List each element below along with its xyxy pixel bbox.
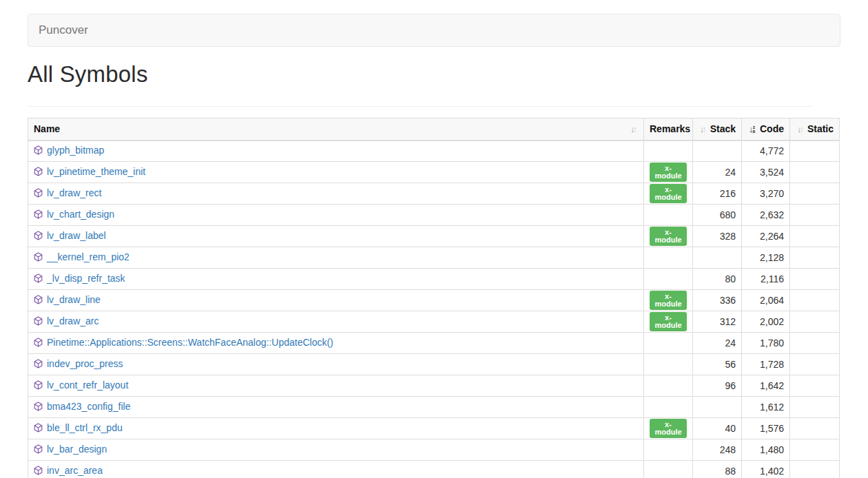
stack-cell: 328 (693, 226, 742, 247)
stack-cell: 80 (693, 269, 742, 290)
x-module-badge: x-module (650, 291, 687, 310)
sort-descending-icon: ↓za (749, 125, 755, 134)
cube-icon (34, 252, 43, 264)
symbol-link[interactable]: lv_draw_rect (47, 187, 101, 198)
stack-cell: 24 (693, 333, 742, 354)
cube-icon (34, 402, 43, 413)
column-header-code[interactable]: ↓za Code (742, 118, 790, 141)
symbol-link[interactable]: lv_pinetime_theme_init (47, 166, 145, 177)
symbol-link[interactable]: glyph_bitmap (47, 145, 104, 156)
stack-cell: 40 (693, 418, 742, 439)
table-row: inv_arc_area 88 1,402 (28, 461, 840, 478)
code-cell: 2,632 (742, 205, 790, 226)
table-row: ble_ll_ctrl_rx_pdu x-module 40 1,576 (28, 418, 840, 439)
stack-cell: 96 (693, 375, 742, 397)
navbar: Puncover (28, 14, 840, 47)
stack-cell: 216 (693, 183, 742, 205)
table-row: _lv_disp_refr_task 80 2,116 (28, 269, 840, 290)
cube-icon (34, 167, 43, 178)
symbol-link[interactable]: lv_bar_design (47, 444, 107, 455)
navbar-brand[interactable]: Puncover (28, 23, 99, 37)
stack-cell: 248 (693, 439, 742, 461)
column-header-static[interactable]: ↓↑ Static (790, 118, 840, 141)
static-cell (790, 162, 840, 183)
symbol-link[interactable]: _lv_disp_refr_task (47, 273, 125, 284)
symbol-link[interactable]: inv_arc_area (47, 465, 103, 476)
code-cell: 1,728 (742, 354, 790, 375)
symbol-name-cell: Pinetime::Applications::Screens::WatchFa… (28, 333, 644, 354)
symbol-name-cell: inv_arc_area (28, 461, 644, 478)
cube-icon (34, 337, 43, 349)
page-title: All Symbols (28, 61, 813, 107)
symbol-name-cell: indev_proc_press (28, 354, 644, 375)
symbol-link[interactable]: ble_ll_ctrl_rx_pdu (47, 422, 123, 433)
column-header-stack[interactable]: ↓↑ Stack (693, 118, 742, 141)
table-row: glyph_bitmap 4,772 (28, 141, 840, 162)
code-cell: 2,128 (742, 247, 790, 269)
cube-icon (34, 359, 43, 371)
column-header-remarks[interactable]: Remarks (644, 118, 693, 141)
symbol-link[interactable]: lv_cont_refr_layout (47, 380, 128, 391)
remarks-cell (644, 333, 693, 354)
stack-cell: 56 (693, 354, 742, 375)
symbol-link[interactable]: __kernel_rem_pio2 (47, 251, 130, 262)
x-module-badge: x-module (650, 227, 687, 246)
x-module-badge: x-module (650, 312, 687, 331)
cube-icon (34, 316, 43, 328)
cube-icon (34, 273, 43, 285)
remarks-cell: x-module (644, 311, 693, 333)
stack-cell: 680 (693, 205, 742, 226)
remarks-cell (644, 247, 693, 269)
code-cell: 3,524 (742, 162, 790, 183)
symbol-link[interactable]: indev_proc_press (47, 358, 123, 369)
remarks-cell: x-module (644, 418, 693, 439)
symbols-table-body: glyph_bitmap 4,772 lv_pinetime_theme_ini… (28, 141, 840, 478)
static-cell (790, 247, 840, 269)
cube-icon (34, 188, 43, 200)
static-cell (790, 141, 840, 162)
remarks-cell: x-module (644, 226, 693, 247)
remarks-cell (644, 205, 693, 226)
table-row: lv_cont_refr_layout 96 1,642 (28, 375, 840, 397)
symbol-link[interactable]: lv_draw_arc (47, 315, 99, 326)
symbol-name-cell: lv_cont_refr_layout (28, 375, 644, 397)
stack-cell (693, 141, 742, 162)
column-header-name[interactable]: Name ↓↑ (28, 118, 644, 141)
table-row: lv_draw_arc x-module 312 2,002 (28, 311, 840, 333)
symbol-link[interactable]: lv_chart_design (47, 209, 114, 220)
cube-icon (34, 209, 43, 221)
table-row: __kernel_rem_pio2 2,128 (28, 247, 840, 269)
symbol-link[interactable]: Pinetime::Applications::Screens::WatchFa… (47, 337, 333, 348)
stack-cell (693, 247, 742, 269)
code-cell: 3,270 (742, 183, 790, 205)
cube-icon (34, 380, 43, 392)
table-row: lv_bar_design 248 1,480 (28, 439, 840, 461)
sort-icon: ↓↑ (700, 125, 705, 134)
static-cell (790, 290, 840, 311)
symbol-name-cell: glyph_bitmap (28, 141, 644, 162)
symbol-name-cell: lv_draw_label (28, 226, 644, 247)
symbol-name-cell: ble_ll_ctrl_rx_pdu (28, 418, 644, 439)
code-cell: 2,264 (742, 226, 790, 247)
code-cell: 2,002 (742, 311, 790, 333)
remarks-cell (644, 461, 693, 478)
static-cell (790, 205, 840, 226)
code-cell: 1,402 (742, 461, 790, 478)
remarks-cell (644, 141, 693, 162)
table-header-row: Name ↓↑ Remarks ↓↑ Stack ↓za Code ↓↑ (28, 118, 840, 141)
table-row: lv_draw_rect x-module 216 3,270 (28, 183, 840, 205)
stack-cell: 312 (693, 311, 742, 333)
symbol-link[interactable]: lv_draw_label (47, 230, 106, 241)
static-cell (790, 183, 840, 205)
table-row: Pinetime::Applications::Screens::WatchFa… (28, 333, 840, 354)
symbol-link[interactable]: lv_draw_line (47, 294, 101, 305)
static-cell (790, 461, 840, 478)
stack-cell: 88 (693, 461, 742, 478)
column-label-name: Name (34, 123, 60, 134)
static-cell (790, 269, 840, 290)
symbol-link[interactable]: bma423_config_file (47, 401, 130, 412)
remarks-cell: x-module (644, 290, 693, 311)
remarks-cell (644, 397, 693, 418)
cube-icon (34, 466, 43, 477)
remarks-cell (644, 354, 693, 375)
